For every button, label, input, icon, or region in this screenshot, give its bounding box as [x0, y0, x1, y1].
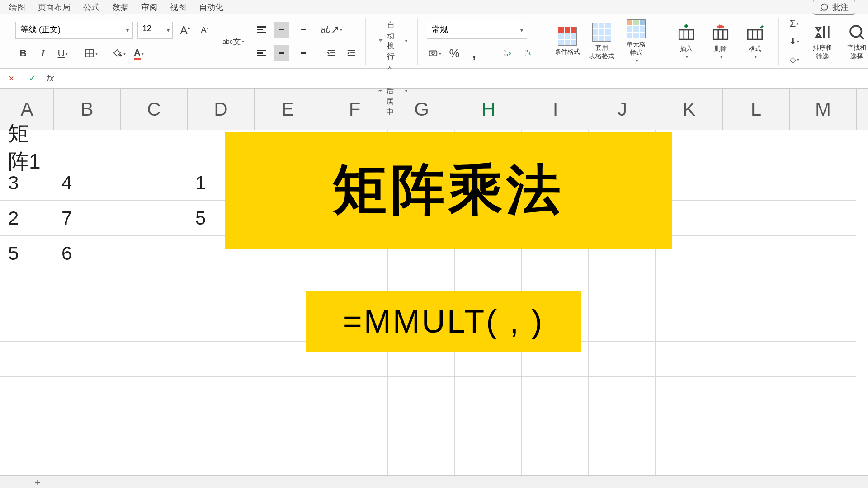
- find-select-button[interactable]: 查找和 选择: [840, 21, 868, 61]
- cell-D5[interactable]: [187, 271, 254, 306]
- decrease-indent-button[interactable]: [324, 45, 339, 61]
- cell-B1[interactable]: [53, 130, 120, 165]
- font-color-button[interactable]: A▾: [131, 46, 146, 61]
- clear-button[interactable]: ◇▾: [788, 52, 801, 67]
- delete-button[interactable]: 删除 ▾: [703, 22, 738, 61]
- cell-D6[interactable]: [187, 306, 254, 342]
- cancel-formula-button[interactable]: ×: [5, 73, 17, 84]
- cell-K9[interactable]: [656, 412, 722, 447]
- cell-M7[interactable]: [789, 342, 856, 377]
- cell-styles-button[interactable]: 单元格 样式 ▾: [619, 18, 653, 65]
- phonetic-button[interactable]: abc文▾: [226, 34, 241, 49]
- column-header-K[interactable]: K: [656, 89, 723, 130]
- percent-button[interactable]: %: [447, 46, 462, 61]
- format-as-table-button[interactable]: 套用 表格格式: [585, 21, 619, 61]
- column-header-J[interactable]: J: [589, 89, 656, 130]
- cell-M3[interactable]: [789, 201, 856, 236]
- cell-L2[interactable]: [722, 165, 789, 201]
- menu-data[interactable]: 数据: [112, 2, 128, 13]
- cell-J9[interactable]: [589, 412, 656, 447]
- decrease-font-button[interactable]: A▾: [197, 23, 212, 38]
- number-format-select[interactable]: 常规▾: [427, 22, 527, 39]
- cell-K6[interactable]: [656, 306, 722, 342]
- menu-review[interactable]: 审阅: [141, 2, 157, 13]
- cell-B6[interactable]: [53, 306, 120, 342]
- menu-automation[interactable]: 自动化: [199, 2, 223, 13]
- column-header-C[interactable]: C: [121, 89, 188, 130]
- cell-A5[interactable]: [0, 271, 53, 306]
- cell-M8[interactable]: [789, 377, 856, 412]
- fill-button[interactable]: ⬇▾: [788, 34, 801, 49]
- bold-button[interactable]: B: [15, 46, 31, 61]
- cell-D8[interactable]: [187, 377, 254, 412]
- cell-C4[interactable]: [120, 236, 187, 271]
- cell-J6[interactable]: [589, 306, 656, 342]
- cell-H9[interactable]: [455, 412, 522, 447]
- accounting-format-button[interactable]: ▾: [427, 46, 442, 61]
- cell-B7[interactable]: [53, 342, 120, 377]
- column-header-M[interactable]: M: [790, 89, 857, 130]
- cell-K8[interactable]: [656, 377, 722, 412]
- cell-F9[interactable]: [321, 412, 388, 447]
- add-sheet-button[interactable]: ＋: [33, 475, 42, 488]
- align-left-button[interactable]: [254, 45, 269, 61]
- cell-B8[interactable]: [53, 377, 120, 412]
- cell-B2[interactable]: 4: [53, 165, 120, 201]
- decrease-decimal-button[interactable]: .00.0: [519, 46, 534, 61]
- menu-draw[interactable]: 绘图: [9, 2, 25, 13]
- conditional-format-button[interactable]: 条件格式: [550, 25, 585, 57]
- cell-H8[interactable]: [455, 377, 522, 412]
- cell-C7[interactable]: [120, 342, 187, 377]
- column-header-G[interactable]: G: [388, 89, 455, 130]
- column-header-F[interactable]: F: [321, 89, 388, 130]
- cell-C1[interactable]: [120, 130, 187, 165]
- italic-button[interactable]: I: [35, 46, 51, 61]
- confirm-formula-button[interactable]: ✓: [26, 73, 38, 84]
- cell-F8[interactable]: [321, 377, 388, 412]
- comment-button[interactable]: 批注: [813, 0, 855, 15]
- cell-L9[interactable]: [722, 412, 789, 447]
- cell-A4[interactable]: 5: [0, 236, 53, 271]
- cell-A3[interactable]: 2: [0, 201, 53, 236]
- cell-L6[interactable]: [722, 306, 789, 342]
- cell-C2[interactable]: [120, 165, 187, 201]
- cell-J5[interactable]: [589, 271, 656, 306]
- align-right-button[interactable]: [294, 45, 309, 61]
- cell-M1[interactable]: [789, 130, 856, 165]
- cell-B5[interactable]: [53, 271, 120, 306]
- fx-label[interactable]: fx: [47, 73, 54, 84]
- border-button[interactable]: ▾: [83, 46, 99, 61]
- wrap-text-button[interactable]: 自动换行▾: [375, 18, 411, 63]
- cell-B3[interactable]: 7: [53, 201, 120, 236]
- cell-B4[interactable]: 6: [53, 236, 120, 271]
- cell-K7[interactable]: [656, 342, 722, 377]
- cell-I9[interactable]: [522, 412, 589, 447]
- cell-M2[interactable]: [789, 165, 856, 201]
- cell-I8[interactable]: [522, 377, 589, 412]
- align-center-button[interactable]: [274, 45, 289, 61]
- comma-style-button[interactable]: ,: [467, 46, 482, 61]
- column-header-L[interactable]: L: [723, 89, 790, 130]
- cell-M4[interactable]: [789, 236, 856, 271]
- cell-M6[interactable]: [789, 306, 856, 342]
- menu-view[interactable]: 视图: [170, 2, 186, 13]
- cell-A6[interactable]: [0, 306, 53, 342]
- increase-font-button[interactable]: A▴: [177, 23, 193, 38]
- column-header-H[interactable]: H: [455, 89, 522, 130]
- increase-indent-button[interactable]: [344, 45, 359, 61]
- align-bottom-button[interactable]: [294, 22, 309, 38]
- sort-filter-button[interactable]: 排序和 筛选: [805, 21, 840, 61]
- cell-A2[interactable]: 3: [0, 165, 53, 201]
- underline-button[interactable]: U▾: [55, 46, 71, 61]
- column-header-I[interactable]: I: [522, 89, 589, 130]
- cell-C3[interactable]: [120, 201, 187, 236]
- cell-A9[interactable]: [0, 412, 53, 447]
- cell-A7[interactable]: [0, 342, 53, 377]
- cell-G9[interactable]: [388, 412, 455, 447]
- cell-M9[interactable]: [789, 412, 856, 447]
- font-name-select[interactable]: 等线 (正文)▾: [15, 22, 133, 39]
- cell-C9[interactable]: [120, 412, 187, 447]
- cell-D7[interactable]: [187, 342, 254, 377]
- cell-M5[interactable]: [789, 271, 856, 306]
- cell-L7[interactable]: [722, 342, 789, 377]
